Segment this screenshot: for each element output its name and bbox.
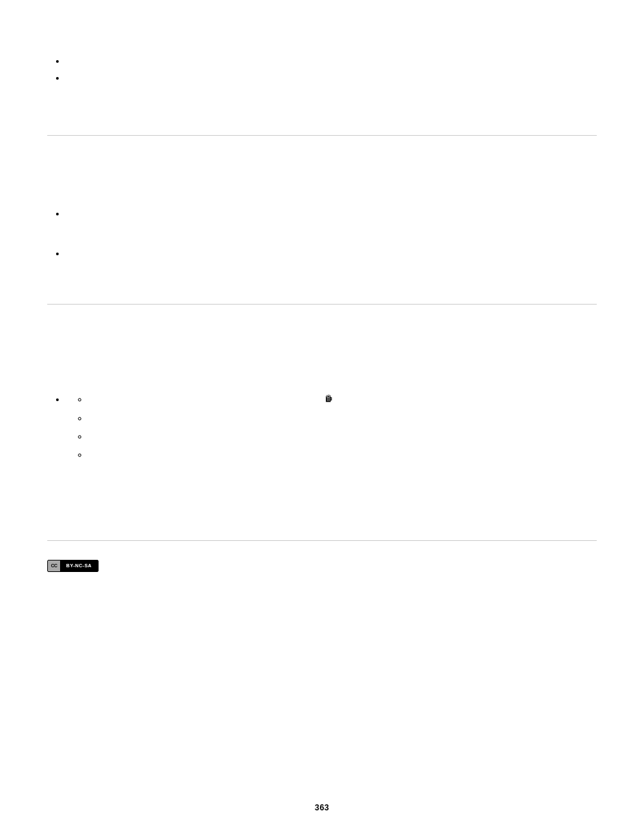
spacer	[47, 153, 597, 180]
beer-mug-icon	[325, 393, 334, 407]
spacer	[66, 217, 597, 244]
spacer	[66, 246, 597, 257]
spacer	[66, 207, 597, 217]
spacer	[66, 375, 597, 386]
spacer	[47, 466, 597, 493]
svg-point-2	[329, 396, 330, 397]
mid-bullet-list	[54, 207, 597, 284]
bottom-outer-list	[54, 375, 597, 462]
divider	[47, 304, 597, 305]
spacer	[47, 180, 597, 207]
svg-point-0	[326, 396, 327, 397]
divider	[47, 540, 597, 541]
spacer	[66, 257, 597, 284]
list-item	[88, 411, 597, 425]
spacer	[47, 348, 597, 375]
list-item	[88, 429, 597, 444]
list-item	[88, 448, 597, 462]
list-item	[66, 207, 597, 244]
page-number: 363	[0, 802, 644, 814]
spacer	[47, 321, 597, 348]
cc-license-badge-icon: CC BY-NC-SA	[47, 560, 99, 572]
list-item	[66, 375, 597, 462]
top-spacer	[47, 27, 597, 54]
top-bullet-list	[54, 54, 597, 85]
license-row: CC BY-NC-SA	[47, 558, 597, 572]
divider	[47, 135, 597, 136]
spacer	[47, 88, 597, 115]
page: CC BY-NC-SA 363	[0, 0, 644, 834]
list-item	[66, 71, 597, 85]
spacer	[47, 493, 597, 520]
bottom-inner-list	[76, 392, 597, 462]
cc-license-type: BY-NC-SA	[60, 561, 98, 571]
cc-logo-text: CC	[51, 563, 57, 570]
list-item	[66, 54, 597, 68]
list-item	[66, 246, 597, 284]
cc-logo: CC	[48, 561, 60, 571]
list-item	[88, 392, 597, 407]
